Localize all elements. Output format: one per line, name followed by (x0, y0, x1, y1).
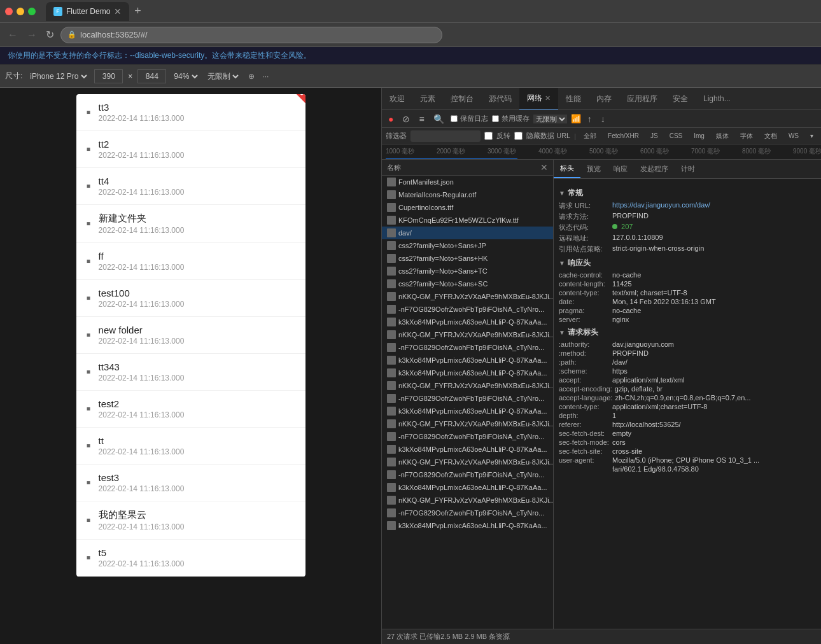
request-item[interactable]: nKKQ-GM_FYFRJvXzVXaAPe9hMXBxEu-8JKJi... (382, 328, 553, 341)
list-item[interactable]: ▪ 新建文件夹 2022-02-14 11:16:13.000 (76, 205, 305, 243)
filter-btn-img[interactable]: Img (690, 132, 708, 140)
record-button[interactable]: ● (386, 113, 396, 125)
export-button[interactable]: ↓ (598, 113, 608, 125)
list-item[interactable]: ▪ test2 2022-02-14 11:16:13.000 (76, 391, 305, 428)
zoom-select[interactable]: 94% (171, 71, 200, 81)
devtools-tab-elements[interactable]: 元素 (412, 88, 443, 109)
request-item[interactable]: nKKQ-GM_FYFRJvXzVXaAPe9hMXBxEu-8JKJi... (382, 494, 553, 507)
devtools-tab-console[interactable]: 控制台 (443, 88, 481, 109)
detail-tab-发起程序[interactable]: 发起程序 (634, 160, 675, 178)
maximize-button[interactable] (28, 8, 36, 15)
tl-6000: 6000 毫秒 (640, 147, 691, 156)
devtools-tab-welcome[interactable]: 欢迎 (382, 88, 412, 109)
request-item[interactable]: KFOmCnqEu92Fr1Me5WZLCzYlKw.ttf (382, 214, 553, 227)
request-item[interactable]: -nF7OG829OofrZwohFbTp9iFOisNA_cTyNro... (382, 507, 553, 519)
address-bar[interactable]: 🔒 localhost:53625/#/ (60, 27, 442, 43)
new-tab-button[interactable]: + (132, 4, 144, 18)
reverse-checkbox[interactable] (484, 132, 493, 140)
request-item[interactable]: k3kXo84MPvpLmixcA63oeALhLliP-Q-87KaAa... (382, 405, 553, 417)
detail-tab-响应[interactable]: 响应 (607, 160, 634, 178)
request-item[interactable]: css2?family=Noto+Sans+JP (382, 239, 553, 252)
devtools-tab-memory[interactable]: 内存 (589, 88, 619, 109)
filter-btn-doc[interactable]: 文档 (761, 131, 781, 141)
reload-button[interactable]: ↻ (43, 26, 57, 43)
request-item[interactable]: nKKQ-GM_FYFRJvXzVXaAPe9hMXBxEu-8JKJi... (382, 379, 553, 392)
tab-close-icon[interactable]: ✕ (114, 6, 122, 17)
list-item[interactable]: ▪ tt343 2022-02-14 11:16:13.000 (76, 354, 305, 391)
devtools-tab-security[interactable]: 安全 (665, 88, 696, 109)
network-throttle-select[interactable]: 无限制 (533, 115, 567, 123)
list-item[interactable]: ▪ test3 2022-02-14 11:16:13.000 (76, 465, 305, 501)
request-item[interactable]: MaterialIcons-Regular.otf (382, 188, 553, 201)
request-item[interactable]: dav/ (382, 227, 553, 239)
close-button[interactable] (5, 8, 13, 15)
request-item[interactable]: nKKQ-GM_FYFRJvXzVXaAPe9hMXBxEu-8JKJi... (382, 417, 553, 430)
request-item[interactable]: k3kXo84MPvpLmixcA63oeALhLliP-Q-87KaAa... (382, 519, 553, 532)
filter-btn-media[interactable]: 媒体 (712, 131, 733, 141)
forward-button[interactable]: → (24, 27, 39, 43)
filter-btn-css[interactable]: CSS (666, 132, 687, 140)
request-item[interactable]: k3kXo84MPvpLmixcA63oeALhLliP-Q-87KaAa... (382, 481, 553, 494)
request-item[interactable]: -nF7OG829OofrZwohFbTp9iFOisNA_cTyNro... (382, 468, 553, 481)
devtools-tab-lighthouse[interactable]: Lighth... (696, 89, 738, 108)
list-item[interactable]: ▪ tt2 2022-02-14 11:16:13.000 (76, 131, 305, 168)
request-item[interactable]: css2?family=Noto+Sans+TC (382, 265, 553, 277)
block-button[interactable]: ⊘ (400, 113, 412, 125)
request-item[interactable]: FontManifest.json (382, 176, 553, 188)
more-options-icon[interactable]: ··· (262, 72, 269, 81)
network-content: 名称 ✕ FontManifest.jsonMaterialIcons-Regu… (382, 160, 821, 629)
active-tab[interactable]: F Flutter Demo ✕ (46, 2, 129, 21)
filter-btn-ws[interactable]: WS (785, 132, 803, 140)
request-item[interactable]: css2?family=Noto+Sans+SC (382, 277, 553, 290)
request-item[interactable]: css2?family=Noto+Sans+HK (382, 252, 553, 265)
list-item[interactable]: ▪ tt 2022-02-14 11:16:13.000 (76, 428, 305, 465)
filter-btn-more[interactable]: ▾ (806, 132, 817, 140)
request-item[interactable]: k3kXo84MPvpLmixcA63oeALhLliP-Q-87KaAa... (382, 367, 553, 379)
filter-btn-font[interactable]: 字体 (736, 131, 757, 141)
search-icon[interactable]: 🔍 (431, 113, 447, 125)
responsive-icon[interactable]: ⊕ (248, 72, 255, 81)
request-item[interactable]: CupertinoIcons.ttf (382, 201, 553, 214)
list-item[interactable]: ▪ test100 2022-02-14 11:16:13.000 (76, 280, 305, 317)
detail-tab-标头[interactable]: 标头 (554, 160, 580, 178)
request-item[interactable]: -nF7OG829OofrZwohFbTp9iFOisNA_cTyNro... (382, 303, 553, 316)
request-item[interactable]: -nF7OG829OofrZwohFbTp9iFOisNA_cTyNro... (382, 392, 553, 405)
request-item[interactable]: -nF7OG829OofrZwohFbTp9iFOisNA_cTyNro... (382, 430, 553, 443)
detail-close-icon[interactable]: ✕ (540, 162, 548, 172)
devtools-tab-performance[interactable]: 性能 (558, 88, 589, 109)
tl-3000: 3000 毫秒 (488, 147, 538, 156)
throttle-select[interactable]: 无限制 (205, 71, 241, 81)
list-item[interactable]: ▪ t5 2022-02-14 11:16:13.000 (76, 540, 305, 577)
hide-data-url-checkbox[interactable] (514, 132, 523, 140)
list-item[interactable]: ▪ ff 2022-02-14 11:16:13.000 (76, 243, 305, 280)
list-item[interactable]: ▪ tt3 2022-02-14 11:16:13.000 (76, 94, 305, 131)
request-item-name: nKKQ-GM_FYFRJvXzVXaAPe9hMXBxEu-8JKJi... (398, 496, 553, 504)
filter-icon[interactable]: ≡ (416, 113, 426, 125)
device-select[interactable]: iPhone 12 Pro (27, 71, 89, 81)
list-item[interactable]: ▪ 我的坚果云 2022-02-14 11:16:13.000 (76, 501, 305, 540)
preserve-log-checkbox[interactable] (451, 115, 458, 122)
detail-tab-计时[interactable]: 计时 (675, 160, 701, 178)
request-item[interactable]: -nF7OG829OofrZwohFbTp9iFOisNA_cTyNro... (382, 341, 553, 354)
filter-btn-fetchxhr[interactable]: Fetch/XHR (604, 132, 643, 140)
devtools-tab-sources[interactable]: 源代码 (481, 88, 519, 109)
request-item[interactable]: k3kXo84MPvpLmixcA63oeALhLliP-Q-87KaAa... (382, 316, 553, 328)
width-input[interactable] (94, 69, 123, 83)
back-button[interactable]: ← (5, 27, 20, 43)
filter-btn-url[interactable]: 全部 (580, 131, 600, 141)
list-item[interactable]: ▪ tt4 2022-02-14 11:16:13.000 (76, 168, 305, 205)
minimize-button[interactable] (17, 8, 24, 15)
devtools-tab-application[interactable]: 应用程序 (619, 88, 665, 109)
list-item[interactable]: ▪ new folder 2022-02-14 11:16:13.000 (76, 317, 305, 354)
filter-btn-js[interactable]: JS (647, 132, 662, 140)
devtools-tab-network[interactable]: 网络 ✕ (519, 88, 558, 110)
height-input[interactable] (137, 69, 166, 83)
tab-close-network[interactable]: ✕ (545, 94, 551, 102)
request-item[interactable]: nKKQ-GM_FYFRJvXzVXaAPe9hMXBxEu-8JKJi... (382, 290, 553, 303)
import-button[interactable]: ↑ (585, 113, 594, 125)
request-item[interactable]: k3kXo84MPvpLmixcA63oeALhLliP-Q-87KaAa... (382, 443, 553, 456)
disable-cache-checkbox[interactable] (492, 115, 499, 122)
request-item[interactable]: k3kXo84MPvpLmixcA63oeALhLliP-Q-87KaAa... (382, 354, 553, 367)
request-item[interactable]: nKKQ-GM_FYFRJvXzVXaAPe9hMXBxEu-8JKJi... (382, 456, 553, 468)
detail-tab-预览[interactable]: 预览 (580, 160, 607, 178)
